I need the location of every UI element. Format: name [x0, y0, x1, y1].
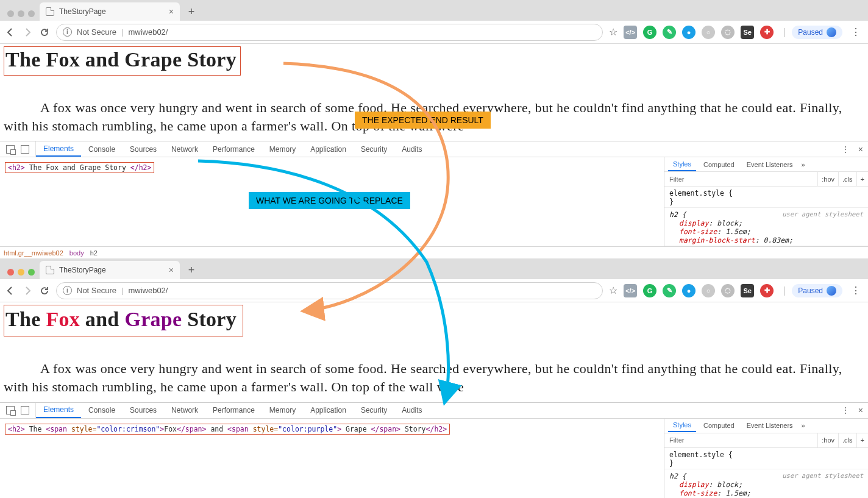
ext-icon-1[interactable]: </> [624, 284, 637, 297]
close-tab-icon[interactable]: × [169, 265, 174, 275]
address-bar[interactable]: i Not Secure | mwiweb02/ [56, 282, 603, 299]
device-toggle-icon[interactable] [21, 145, 29, 154]
new-rule-button[interactable]: + [856, 172, 868, 186]
new-tab-button[interactable]: + [183, 4, 199, 20]
new-tab-button[interactable]: + [183, 262, 199, 278]
devtools-tab-audits[interactable]: Audits [394, 141, 429, 157]
ext-icon-2[interactable]: G [643, 26, 656, 39]
styles-tab-computed[interactable]: Computed [699, 419, 739, 432]
dom-selected-node[interactable]: <h2> The <span style="color:crimson">Fox… [5, 424, 450, 435]
styles-tab-events[interactable]: Event Listeners [742, 158, 798, 171]
hov-toggle[interactable]: :hov [817, 433, 838, 447]
styles-tab-events[interactable]: Event Listeners [742, 419, 798, 432]
close-tab-icon[interactable]: × [169, 7, 174, 16]
ext-icon-6[interactable]: ◌ [721, 284, 735, 297]
devtools-tab-elements[interactable]: Elements [36, 403, 81, 418]
prop-name: margin-block-start [679, 236, 755, 244]
devtools-close-icon[interactable]: × [858, 405, 863, 415]
styles-tab-styles[interactable]: Styles [668, 419, 696, 432]
styles-more-icon[interactable]: » [802, 161, 805, 168]
devtools-tab-sources[interactable]: Sources [123, 403, 164, 418]
devtools-tab-elements[interactable]: Elements [36, 141, 81, 157]
info-icon[interactable]: i [63, 27, 72, 37]
bookmark-star-icon[interactable]: ☆ [609, 285, 617, 296]
ext-icon-7[interactable]: Se [741, 284, 754, 297]
browser-tab[interactable]: TheStoryPage × [40, 261, 180, 279]
styles-more-icon[interactable]: » [802, 422, 805, 429]
element-picker-icon[interactable] [6, 145, 15, 154]
mac-max-dot[interactable] [28, 10, 35, 17]
ext-icon-8[interactable]: ✚ [760, 26, 774, 39]
devtools-tab-network[interactable]: Network [164, 141, 205, 157]
ext-icon-1[interactable]: </> [624, 26, 637, 39]
style-rule-element[interactable]: element.style { } [664, 187, 868, 208]
profile-paused-chip[interactable]: Paused [792, 26, 842, 39]
devtools-tab-console[interactable]: Console [81, 403, 123, 418]
browser-tab[interactable]: TheStoryPage × [40, 2, 180, 21]
styles-filter-input[interactable] [664, 176, 817, 183]
new-rule-button[interactable]: + [856, 433, 868, 447]
reload-button[interactable] [39, 285, 50, 296]
devtools-tab-memory[interactable]: Memory [262, 141, 303, 157]
back-button[interactable] [5, 285, 16, 296]
devtools-tab-security[interactable]: Security [354, 403, 394, 418]
ext-icon-4[interactable]: ● [682, 284, 695, 297]
mac-min-dot[interactable] [18, 10, 24, 17]
devtools-tab-console[interactable]: Console [81, 141, 123, 157]
devtools-tab-security[interactable]: Security [354, 141, 394, 157]
hov-toggle[interactable]: :hov [817, 172, 838, 186]
profile-paused-chip[interactable]: Paused [792, 284, 842, 297]
devtools-tab-application[interactable]: Application [303, 141, 354, 157]
forward-button[interactable] [22, 27, 33, 38]
cls-toggle[interactable]: .cls [838, 433, 856, 447]
devtools-tab-network[interactable]: Network [164, 403, 205, 418]
forward-button[interactable] [22, 285, 33, 296]
mac-close-dot[interactable] [7, 269, 14, 276]
devtools-tab-sources[interactable]: Sources [123, 141, 164, 157]
devtools-tab-memory[interactable]: Memory [262, 403, 303, 418]
dom-selected-node[interactable]: <h2> The Fox and Grape Story </h2> [5, 162, 154, 173]
devtools-tab-application[interactable]: Application [303, 403, 354, 418]
kebab-menu-icon[interactable]: ⋮ [848, 26, 863, 38]
element-picker-icon[interactable] [6, 406, 15, 414]
crumb-html[interactable]: html.gr__mwiweb02 [4, 249, 63, 257]
ext-icon-6[interactable]: ◌ [721, 26, 735, 39]
cls-toggle[interactable]: .cls [838, 172, 856, 186]
mac-max-dot[interactable] [28, 269, 35, 276]
ext-icon-4[interactable]: ● [682, 26, 695, 39]
style-rule-element[interactable]: element.style { } [664, 448, 868, 469]
devtools-more-icon[interactable]: ⋮ [841, 144, 850, 154]
dom-tag: <span [227, 425, 253, 433]
crumb-h2[interactable]: h2 [90, 249, 98, 257]
mac-close-dot[interactable] [7, 10, 14, 17]
back-button[interactable] [5, 27, 16, 38]
dom-tree[interactable]: <h2> The <span style="color:crimson">Fox… [0, 419, 664, 498]
styles-filter-input[interactable] [664, 436, 817, 444]
dom-breadcrumbs[interactable]: html.gr__mwiweb02 body h2 [0, 246, 868, 258]
address-bar[interactable]: i Not Secure | mwiweb02/ [56, 24, 603, 41]
ext-icon-5[interactable]: ○ [702, 26, 715, 39]
ext-icon-2[interactable]: G [643, 284, 656, 297]
device-toggle-icon[interactable] [21, 406, 29, 414]
reload-button[interactable] [39, 27, 50, 38]
kebab-menu-icon[interactable]: ⋮ [848, 285, 863, 296]
bookmark-star-icon[interactable]: ☆ [609, 26, 617, 38]
devtools-tab-audits[interactable]: Audits [394, 403, 429, 418]
mac-min-dot[interactable] [18, 269, 24, 276]
ext-icon-5[interactable]: ○ [702, 284, 715, 297]
window-controls [4, 10, 40, 21]
ext-icon-3[interactable]: ✎ [663, 284, 676, 297]
crumb-body[interactable]: body [69, 249, 84, 257]
ext-icon-8[interactable]: ✚ [760, 284, 774, 297]
devtools-more-icon[interactable]: ⋮ [841, 405, 850, 415]
devtools-tab-performance[interactable]: Performance [205, 403, 262, 418]
info-icon[interactable]: i [63, 286, 72, 295]
style-rule-ua[interactable]: user agent stylesheet h2 { display: bloc… [664, 469, 868, 498]
ext-icon-7[interactable]: Se [741, 26, 754, 39]
styles-tab-computed[interactable]: Computed [699, 158, 739, 171]
ext-icon-3[interactable]: ✎ [663, 26, 676, 39]
devtools-tab-performance[interactable]: Performance [205, 141, 262, 157]
devtools-close-icon[interactable]: × [858, 144, 863, 154]
style-rule-ua[interactable]: user agent stylesheet h2 { display: bloc… [664, 208, 868, 246]
styles-tab-styles[interactable]: Styles [668, 158, 696, 171]
